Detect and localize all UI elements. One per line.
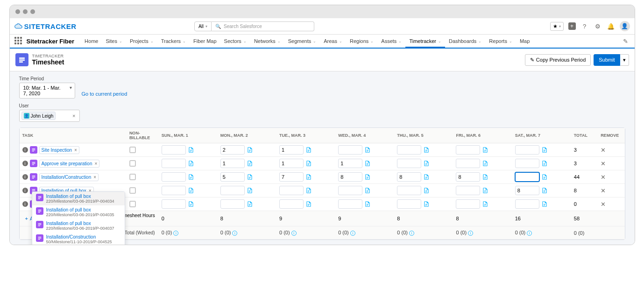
note-icon[interactable] bbox=[305, 174, 312, 180]
hours-input[interactable] bbox=[162, 145, 186, 155]
note-icon[interactable] bbox=[247, 174, 253, 180]
hours-input[interactable] bbox=[515, 145, 539, 155]
note-icon[interactable] bbox=[482, 160, 488, 167]
note-icon[interactable] bbox=[305, 201, 312, 207]
hours-input[interactable] bbox=[162, 172, 186, 182]
copy-previous-button[interactable]: ✎Copy Previous Period bbox=[525, 54, 591, 66]
note-icon[interactable] bbox=[305, 187, 312, 194]
note-icon[interactable] bbox=[364, 187, 371, 194]
search-scope[interactable]: All▾ bbox=[194, 21, 212, 31]
autocomplete-option[interactable]: Installation of pull box220/Milestone/03… bbox=[32, 219, 125, 233]
remove-row-icon[interactable]: ✕ bbox=[601, 187, 606, 194]
info-icon[interactable]: i bbox=[173, 231, 178, 236]
nav-item-home[interactable]: Home bbox=[81, 35, 102, 47]
hours-input[interactable] bbox=[220, 159, 245, 168]
remove-task-icon[interactable]: × bbox=[74, 148, 77, 153]
row-info-icon[interactable]: i bbox=[22, 188, 28, 193]
remove-row-icon[interactable]: ✕ bbox=[601, 174, 606, 181]
note-icon[interactable] bbox=[482, 201, 488, 207]
info-icon[interactable]: i bbox=[291, 231, 297, 236]
hours-input[interactable] bbox=[279, 172, 304, 182]
note-icon[interactable] bbox=[247, 160, 253, 167]
note-icon[interactable] bbox=[364, 174, 371, 180]
hours-input[interactable] bbox=[220, 199, 245, 209]
note-icon[interactable] bbox=[423, 160, 430, 167]
autocomplete-option[interactable]: Installation of pull box220/Milestone/03… bbox=[32, 192, 125, 205]
note-icon[interactable] bbox=[482, 187, 488, 194]
hours-input[interactable] bbox=[397, 159, 421, 168]
row-info-icon[interactable]: i bbox=[22, 147, 28, 153]
nav-item-sectors[interactable]: Sectors⌄ bbox=[220, 35, 250, 47]
note-icon[interactable] bbox=[423, 201, 430, 207]
non-billable-checkbox[interactable] bbox=[129, 160, 136, 167]
note-icon[interactable] bbox=[541, 201, 548, 207]
note-icon[interactable] bbox=[247, 201, 253, 207]
hours-input[interactable] bbox=[515, 186, 539, 195]
nav-item-timetracker[interactable]: Timetracker⌄ bbox=[405, 35, 445, 47]
user-input[interactable]: 👤 John Leigh × bbox=[19, 110, 80, 122]
submit-button[interactable]: Submit bbox=[594, 54, 620, 66]
nav-item-networks[interactable]: Networks⌄ bbox=[250, 35, 284, 47]
nav-item-projects[interactable]: Projects⌄ bbox=[126, 35, 157, 47]
note-icon[interactable] bbox=[423, 147, 430, 153]
user-avatar[interactable]: 👤 bbox=[620, 21, 630, 31]
info-icon[interactable]: i bbox=[468, 231, 473, 236]
hours-input[interactable] bbox=[162, 199, 186, 209]
remove-row-icon[interactable]: ✕ bbox=[601, 201, 606, 208]
hours-input[interactable] bbox=[162, 186, 186, 195]
remove-task-icon[interactable]: × bbox=[94, 161, 97, 166]
non-billable-checkbox[interactable] bbox=[129, 174, 136, 180]
traffic-light-close[interactable] bbox=[15, 9, 20, 14]
nav-item-areas[interactable]: Areas⌄ bbox=[320, 35, 346, 47]
note-icon[interactable] bbox=[188, 160, 194, 167]
nav-item-trackers[interactable]: Trackers⌄ bbox=[157, 35, 190, 47]
nav-item-reports[interactable]: Reports⌄ bbox=[485, 35, 516, 47]
hours-input[interactable] bbox=[220, 172, 245, 182]
hours-input[interactable] bbox=[162, 159, 186, 168]
autocomplete-option[interactable]: Installation/Construction50/Milestone/11… bbox=[32, 233, 125, 245]
notifications-icon[interactable]: 🔔 bbox=[607, 22, 615, 30]
note-icon[interactable] bbox=[541, 187, 548, 194]
note-icon[interactable] bbox=[541, 174, 548, 180]
hours-input[interactable] bbox=[338, 172, 362, 182]
remove-row-icon[interactable]: ✕ bbox=[601, 147, 606, 154]
hours-input[interactable] bbox=[515, 199, 539, 209]
hours-input[interactable] bbox=[397, 186, 421, 195]
info-icon[interactable]: i bbox=[409, 231, 414, 236]
hours-input[interactable] bbox=[456, 172, 480, 182]
note-icon[interactable] bbox=[188, 187, 194, 194]
note-icon[interactable] bbox=[305, 160, 312, 167]
hours-input[interactable] bbox=[220, 186, 245, 195]
row-info-icon[interactable]: i bbox=[22, 201, 28, 207]
non-billable-checkbox[interactable] bbox=[129, 147, 136, 153]
hours-input[interactable] bbox=[397, 199, 421, 209]
hours-input[interactable] bbox=[279, 186, 304, 195]
hours-input[interactable] bbox=[456, 145, 480, 155]
hours-input[interactable] bbox=[456, 159, 480, 168]
nav-item-segments[interactable]: Segments⌄ bbox=[284, 35, 320, 47]
task-pill[interactable]: Installation/Construction× bbox=[39, 173, 99, 181]
hours-input[interactable] bbox=[338, 186, 362, 195]
hours-input[interactable] bbox=[397, 172, 421, 182]
app-launcher-icon[interactable] bbox=[14, 37, 23, 45]
note-icon[interactable] bbox=[541, 160, 548, 167]
nav-item-assets[interactable]: Assets⌄ bbox=[377, 35, 405, 47]
hours-input[interactable] bbox=[515, 159, 539, 168]
nav-item-dashboards[interactable]: Dashboards⌄ bbox=[445, 35, 485, 47]
hours-input[interactable] bbox=[338, 145, 362, 155]
remove-row-icon[interactable]: ✕ bbox=[601, 160, 606, 167]
favorites-button[interactable]: ★▾ bbox=[550, 22, 564, 31]
help-icon[interactable]: ? bbox=[580, 22, 589, 30]
clear-user-icon[interactable]: × bbox=[71, 113, 77, 119]
nav-item-fiber-map[interactable]: Fiber Map bbox=[190, 35, 220, 47]
nav-item-map[interactable]: Map bbox=[516, 35, 533, 47]
note-icon[interactable] bbox=[188, 201, 194, 207]
settings-icon[interactable]: ⚙ bbox=[594, 22, 602, 30]
note-icon[interactable] bbox=[423, 174, 430, 180]
note-icon[interactable] bbox=[188, 174, 194, 180]
hours-input[interactable] bbox=[279, 159, 304, 168]
hours-input[interactable] bbox=[456, 199, 480, 209]
note-icon[interactable] bbox=[541, 147, 548, 153]
hours-input[interactable] bbox=[338, 159, 362, 168]
row-info-icon[interactable]: i bbox=[22, 174, 28, 180]
